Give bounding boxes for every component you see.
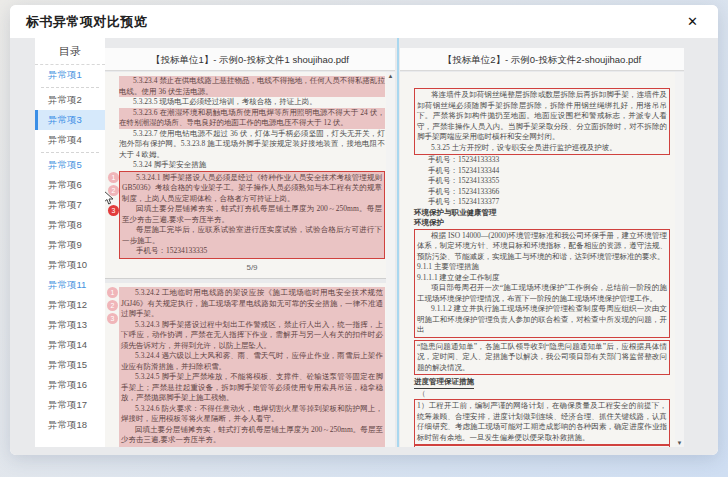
highlighted-paragraph: 5.3.23.4 禁止在供电线路上悬挂物品，电线不得拖地，任何人员不得私搭乱拉电… <box>119 76 385 97</box>
paragraph: 5.3.24 脚手架安全措施 <box>119 160 385 171</box>
right-document-content: 将连墙件及卸荷钢丝绳整层拆除或数层拆除后再拆卸脚手架，连墙件及卸荷钢丝绳必须随脚… <box>400 72 684 447</box>
document-page-6: 1 2 3 5.3.24.2 工地临时用电线路的架设应按《施工现场临时用电安全技… <box>105 283 395 447</box>
right-panel-scrollbar[interactable]: ▲ ▼ <box>675 72 684 447</box>
phone-line: 手机号：15234133355 <box>414 176 670 187</box>
phone-line: 手机号：15234133377 <box>414 197 670 208</box>
scroll-down-icon[interactable]: ▼ <box>677 439 683 447</box>
sidebar-item-anomaly-4[interactable]: 异常项4 <box>35 130 105 150</box>
anomaly-badge-1[interactable]: 1 <box>108 172 119 183</box>
section-heading: 环境保护与职业健康管理 <box>414 208 670 219</box>
paragraph: 5.3.23.5 现场电工必须经过培训，考核合格，持证上岗。 <box>119 97 385 108</box>
sidebar-item-anomaly-18[interactable]: 异常项18 <box>35 415 105 435</box>
line: 将连墙件及卸荷钢丝绳整层拆除或数层拆除后再拆卸脚手架，连墙件及卸荷钢丝绳必须随脚… <box>417 90 667 143</box>
phone-line: 手机号：15234133333 <box>414 155 670 166</box>
right-document-panel: 【投标单位2】- 示例0-投标文件2-shoujihao.pdf ▲ ▼ 将连墙… <box>400 48 684 447</box>
sidebar-item-anomaly-2[interactable]: 异常项2 <box>35 90 105 110</box>
toc-separator <box>41 152 99 153</box>
anomaly-match-box: 将连墙件及卸荷钢丝绳整层拆除或数层拆除后再拆卸脚手架，连墙件及卸荷钢丝绳必须随脚… <box>414 88 670 155</box>
sidebar-item-anomaly-14[interactable]: 异常项14 <box>35 335 105 355</box>
sidebar-item-anomaly-13[interactable]: 异常项13 <box>35 315 105 335</box>
sidebar-item-anomaly-9[interactable]: 异常项9 <box>35 235 105 255</box>
sidebar-item-anomaly-3[interactable]: 异常项3 <box>35 110 105 130</box>
modal-title: 标书异常项对比预览 <box>26 13 148 31</box>
anomaly-match-box: 根据 ISO 14000—(2000)环境管理标准和我公司环保手册，建立环境管理… <box>414 229 670 338</box>
toc-separator <box>41 87 99 88</box>
left-document-title: 【投标单位1】- 示例0-投标文件1 shoujihao.pdf <box>105 48 395 71</box>
highlighted-line: 5.3.24.2 工地临时用电线路的架设应按《施工现场临时用电安全技术规范 JG… <box>121 288 383 320</box>
anomaly-match-box: “隐患问题通知单”，各施工队领导收到“隐患问题通知单”后，应根据具体情况，定时间… <box>414 340 670 376</box>
anomaly-badge-3[interactable]: 3 <box>107 313 118 324</box>
mouse-cursor-icon <box>105 190 115 210</box>
right-document-title: 【投标单位2】- 示例0-投标文件2-shoujihao.pdf <box>400 48 684 71</box>
phone-line: 手机号：15234133344 <box>414 166 670 177</box>
highlighted-line: 5.3.24.1 脚手架搭设人员必须是经过《特种作业人员安全技术考核管理规则 G… <box>122 173 382 205</box>
modal-header: 标书异常项对比预览 ✕ <box>10 5 718 38</box>
anomaly-match-box: 1）工程开工前，编制严谨的网络计划，在确保质量及工程安全的前提下，统筹兼顾、合理… <box>414 399 670 445</box>
anomaly-badge-2[interactable]: 2 <box>107 300 118 311</box>
anomaly-badge-column: 1 2 3 <box>108 172 120 218</box>
left-panel-scrollbar[interactable]: ▲ ▼ <box>386 72 395 447</box>
sidebar-item-anomaly-11[interactable]: 异常项11 <box>35 275 105 295</box>
left-document-panel: 【投标单位1】- 示例0-投标文件1 shoujihao.pdf ▲ ▼ 5.3… <box>105 48 395 447</box>
paragraph: 5.3.23.7 使用电钻电源不超过 36 伏，灯体与手柄必须坚固，灯头无开关，… <box>119 129 385 161</box>
scroll-up-icon[interactable]: ▲ <box>388 72 394 80</box>
sidebar-item-anomaly-5[interactable]: 异常项5 <box>35 155 105 175</box>
close-icon[interactable]: ✕ <box>683 12 702 31</box>
line: 1）工程开工前，编制严谨的网络计划，在确保质量及工程安全的前提下，统筹兼顾、合理… <box>417 401 667 443</box>
line: 9.1.1.2 建立并执行施工现场环境保护管理检查制度每周应组织一次由文明施工和… <box>417 304 667 336</box>
document-page: 将连墙件及卸荷钢丝绳整层拆除或数层拆除后再拆卸脚手架，连墙件及卸荷钢丝绳必须随脚… <box>400 72 684 447</box>
highlighted-line: 5.3.24.3 脚手架搭设过程中划出工作警戒区，禁止行人出入，统一指挥，上下呼… <box>121 320 383 352</box>
panel-divider <box>397 38 399 447</box>
phone-line: 手机号：15234133366 <box>414 187 670 198</box>
document-page-5: 5.3.23.4 禁止在供电线路上悬挂物品，电线不得拖地，任何人员不得私搭乱拉电… <box>105 72 395 278</box>
section-heading: 进度管理保证措施 <box>414 377 474 389</box>
line: （ <box>414 389 670 400</box>
highlighted-line: 5.3.24.4 遇六级以上大风和雾、雨、雪天气时，应停止作业，雨雪后上架作业应… <box>121 351 383 372</box>
sidebar-item-anomaly-16[interactable]: 异常项16 <box>35 375 105 395</box>
line: 项目部每周召开一次“施工现场环境保护”工作例会，总结前一阶段的施工现场环境保护管… <box>417 283 667 304</box>
section-heading: 环境保护 <box>414 218 670 229</box>
anomaly-highlight-box: 1 2 3 5.3.24.1 脚手架搭设人员必须是经过《特种作业人员安全技术考核… <box>119 171 385 259</box>
anomaly-badge-column: 1 2 3 <box>107 287 119 326</box>
sidebar-item-anomaly-7[interactable]: 异常项7 <box>35 195 105 215</box>
highlighted-line: 5.3.24.5 脚手架上严禁堆放，不能将模板、支撑件、砼输送泵管等固定在脚手架… <box>121 372 383 404</box>
sidebar-item-anomaly-1[interactable]: 异常项1 <box>35 65 105 85</box>
line: 5.3.25 土方开挖时，设专职安全员进行监护巡视及护坡。 <box>417 143 667 154</box>
highlighted-line: 5.3.24.6 防火要求：不得任意动火，电焊切割火星等掉到架板和防护网上，焊接… <box>121 404 383 425</box>
anomaly-match-box: 回填土要分层铺摊夯实，蛙式打夯机每层铺土厚度为 200～250mm。每层至少夯击… <box>414 445 670 447</box>
sidebar-item-anomaly-15[interactable]: 异常项15 <box>35 355 105 375</box>
highlighted-line: 每层施工完毕后，应联系试验室进行压实度试验，试验合格后方可进行下一步施工。 <box>122 225 382 246</box>
modal-body: 目录 异常项1 异常项2 异常项3 异常项4 异常项5 异常项6 异常项7 异常… <box>10 38 718 455</box>
highlighted-line: 回填土要分层铺摊夯实，蛙式打夯机每层铺土厚度为 200～250mm。每层至少夯击… <box>122 204 382 225</box>
page-indicator: 5/9 <box>119 259 385 276</box>
line: 9.1.1 主要管理措施 <box>417 262 667 273</box>
line: 根据 ISO 14000—(2000)环境管理标准和我公司环保手册，建立环境管理… <box>417 231 667 263</box>
anomaly-highlight-block: 1 2 3 5.3.24.2 工地临时用电线路的架设应按《施工现场临时用电安全技… <box>119 287 385 447</box>
sidebar-item-anomaly-10[interactable]: 异常项10 <box>35 255 105 275</box>
highlighted-line: 手机号：15234133335 <box>122 246 382 257</box>
toc-sidebar: 目录 异常项1 异常项2 异常项3 异常项4 异常项5 异常项6 异常项7 异常… <box>35 38 105 447</box>
sidebar-item-anomaly-6[interactable]: 异常项6 <box>35 175 105 195</box>
highlighted-line: 回填土要分层铺摊夯实，蛙式打夯机每层铺土厚度为 200～250mm。每层至少夯击… <box>121 425 383 446</box>
sidebar-item-anomaly-12[interactable]: 异常项12 <box>35 295 105 315</box>
toc-title: 目录 <box>35 38 105 65</box>
sidebar-item-anomaly-8[interactable]: 异常项8 <box>35 215 105 235</box>
compare-preview-modal: 标书异常项对比预览 ✕ 目录 异常项1 异常项2 异常项3 异常项4 异常项5 … <box>10 5 718 455</box>
left-document-content: 5.3.23.4 禁止在供电线路上悬挂物品，电线不得拖地，任何人员不得私搭乱拉电… <box>105 72 395 447</box>
highlighted-paragraph: 5.3.23.6 在潮湿环境和易触电场所使用电焊等所用照明电源不得大于 24 伏… <box>119 108 385 129</box>
line: 9.1.1.1 建立健全工作制度 <box>417 273 667 284</box>
line: “隐患问题通知单”，各施工队领导收到“隐患问题通知单”后，应根据具体情况，定时间… <box>417 342 667 374</box>
anomaly-badge-1[interactable]: 1 <box>107 287 118 298</box>
sidebar-item-anomaly-17[interactable]: 异常项17 <box>35 395 105 415</box>
